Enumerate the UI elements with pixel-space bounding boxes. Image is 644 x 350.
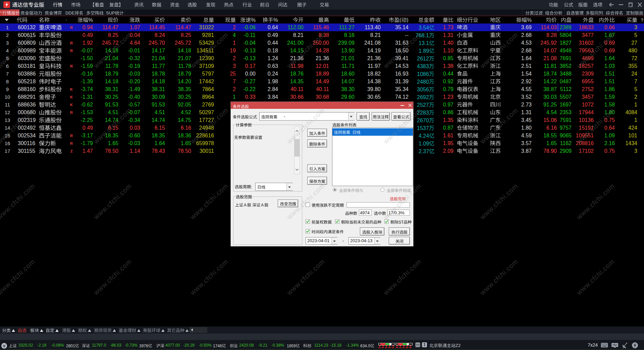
svg-text:2612: 2612: [417, 56, 429, 61]
svg-text:3976: 3976: [139, 344, 148, 348]
svg-text:1.89: 1.89: [419, 48, 429, 53]
svg-text:1537: 1537: [417, 125, 429, 131]
svg-text:13.1: 13.1: [419, 40, 429, 46]
svg-text:1.09: 1.09: [419, 141, 429, 146]
svg-text:2.37: 2.37: [419, 148, 429, 154]
svg-text:2692: 2692: [417, 94, 429, 100]
svg-text:2283: 2283: [417, 110, 429, 115]
svg-text:4383: 4383: [417, 63, 429, 69]
svg-text:2480: 2480: [417, 79, 429, 84]
svg-text:%: %: [88, 17, 93, 23]
svg-text:1859: 1859: [287, 344, 296, 348]
svg-text:3056: 3056: [417, 87, 429, 92]
svg-text:634.0: 634.0: [360, 344, 370, 348]
svg-text:%: %: [251, 17, 256, 23]
svg-text:): ): [407, 17, 409, 23]
svg-text:.: .: [406, 197, 407, 201]
svg-text:2670: 2670: [417, 118, 429, 123]
svg-text:2801: 2801: [66, 344, 75, 348]
svg-text:3.54: 3.54: [419, 25, 429, 30]
svg-text:ST: ST: [398, 220, 404, 224]
svg-text:1746: 1746: [213, 344, 222, 348]
svg-text:4.24: 4.24: [419, 133, 429, 138]
svg-text:DDE: DDE: [65, 11, 75, 15]
svg-text:SUP: SUP: [106, 11, 115, 15]
svg-text:%: %: [273, 17, 278, 23]
svg-text:(: (: [399, 17, 401, 23]
svg-text:%: %: [527, 17, 532, 23]
svg-text:1086: 1086: [417, 71, 429, 77]
svg-text:768.1: 768.1: [416, 33, 429, 38]
svg-text:2527: 2527: [417, 102, 429, 107]
svg-text:Z2: Z2: [455, 343, 461, 348]
svg-text::: :: [251, 185, 252, 189]
